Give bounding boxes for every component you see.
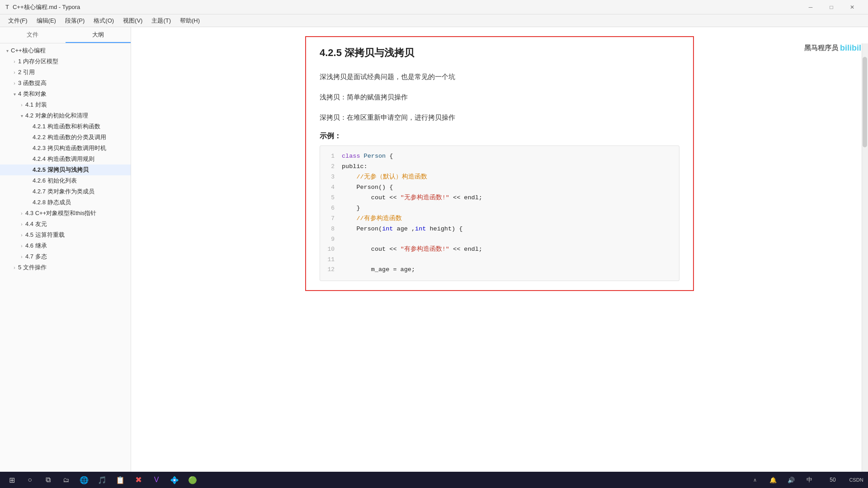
code-block: 1 class Person { 2 public: 3 //无参（默认）构造函… bbox=[320, 145, 679, 281]
paragraph-1: 深浅拷贝是面试经典问题，也是常见的一个坑 bbox=[320, 70, 679, 83]
task-view-button[interactable]: ⧉ bbox=[40, 472, 56, 488]
music-button[interactable]: 🎵 bbox=[94, 472, 110, 488]
paragraph-2: 浅拷贝：简单的赋值拷贝操作 bbox=[320, 91, 679, 103]
tray-clock[interactable]: 50 bbox=[819, 472, 846, 488]
menu-view[interactable]: 视图(V) bbox=[118, 14, 147, 27]
search-button[interactable]: ○ bbox=[22, 472, 38, 488]
sidebar-item-label: 4.3 C++对象模型和this指针 bbox=[25, 209, 97, 217]
sidebar-item-s4[interactable]: 4 类和对象 bbox=[0, 89, 131, 99]
menu-edit[interactable]: 编辑(E) bbox=[32, 14, 61, 27]
menu-bar: 文件(F) 编辑(E) 段落(P) 格式(O) 视图(V) 主题(T) 帮助(H… bbox=[0, 14, 868, 27]
maximize-button[interactable]: □ bbox=[821, 0, 842, 14]
menu-help[interactable]: 帮助(H) bbox=[175, 14, 204, 27]
tab-file[interactable]: 文件 bbox=[0, 27, 66, 43]
sidebar-item-s5[interactable]: 5 文件操作 bbox=[0, 262, 131, 273]
sidebar-item-s1[interactable]: 1 内存分区模型 bbox=[0, 56, 131, 67]
code-line-12: 12 m_age = age; bbox=[320, 265, 679, 275]
sidebar-tree: C++核心编程 1 内存分区模型 2 引用 3 函数提高 4 类和对象 4.1 … bbox=[0, 43, 131, 474]
title-bar-controls: ─ □ ✕ bbox=[800, 0, 863, 14]
browser-button[interactable]: 🌐 bbox=[76, 472, 92, 488]
window-title: C++核心编程.md - Typora bbox=[13, 3, 80, 11]
code-line-11: 11 bbox=[320, 255, 679, 265]
tree-arrow-s46 bbox=[18, 242, 25, 249]
sidebar-item-s43[interactable]: 4.3 C++对象模型和this指针 bbox=[0, 208, 131, 219]
menu-paragraph[interactable]: 段落(P) bbox=[61, 14, 89, 27]
paragraph-3: 深拷贝：在堆区重新申请空间，进行拷贝操作 bbox=[320, 111, 679, 123]
sidebar-item-label: 4.6 继承 bbox=[25, 242, 47, 250]
tray-ime[interactable]: 中 bbox=[801, 472, 817, 488]
doc-content: 4.2.5 深拷贝与浅拷贝 深浅拷贝是面试经典问题，也是常见的一个坑 浅拷贝：简… bbox=[305, 36, 694, 291]
scroll-indicator[interactable] bbox=[862, 43, 868, 474]
app3-button[interactable]: 💠 bbox=[166, 472, 183, 488]
tray-volume[interactable]: 🔊 bbox=[783, 472, 799, 488]
app2-button[interactable]: V bbox=[148, 472, 165, 488]
sidebar-item-label: 3 函数提高 bbox=[18, 79, 47, 87]
title-bar-left: T C++核心编程.md - Typora bbox=[5, 3, 80, 11]
sidebar-item-s423[interactable]: 4.2.3 拷贝构造函数调用时机 bbox=[0, 143, 131, 154]
sidebar-item-label: 4.2.1 构造函数和析构函数 bbox=[33, 122, 100, 131]
tree-arrow-s45 bbox=[18, 231, 25, 239]
sidebar-item-s424[interactable]: 4.2.4 构造函数调用规则 bbox=[0, 154, 131, 164]
tab-outline[interactable]: 大纲 bbox=[66, 27, 131, 43]
start-button[interactable]: ⊞ bbox=[4, 472, 20, 488]
tree-arrow-root bbox=[4, 47, 11, 54]
code-line-7: 7 //有参构造函数 bbox=[320, 214, 679, 224]
sidebar-item-s425[interactable]: 4.2.5 深拷贝与浅拷贝 bbox=[0, 164, 131, 175]
section-heading: 4.2.5 深拷贝与浅拷贝 bbox=[320, 46, 679, 60]
close-button[interactable]: ✕ bbox=[842, 0, 863, 14]
sidebar-item-s421[interactable]: 4.2.1 构造函数和析构函数 bbox=[0, 121, 131, 132]
tree-arrow-s43 bbox=[18, 210, 25, 217]
sidebar-item-s3[interactable]: 3 函数提高 bbox=[0, 78, 131, 89]
file-explorer-button[interactable]: 🗂 bbox=[58, 472, 74, 488]
sidebar-item-s426[interactable]: 4.2.6 初始化列表 bbox=[0, 175, 131, 186]
tree-arrow-s5 bbox=[11, 264, 18, 271]
minimize-button[interactable]: ─ bbox=[800, 0, 821, 14]
tree-arrow-s42 bbox=[18, 112, 25, 119]
sidebar-item-s427[interactable]: 4.2.7 类对象作为类成员 bbox=[0, 186, 131, 197]
example-label: 示例： bbox=[320, 131, 679, 141]
tree-arrow-s3 bbox=[11, 80, 18, 87]
taskbar: ⊞ ○ ⧉ 🗂 🌐 🎵 📋 ✖ V 💠 🟢 ∧ 🔔 🔊 中 50 CSDN bbox=[0, 472, 868, 488]
sidebar-tabs: 文件 大纲 bbox=[0, 27, 131, 43]
sidebar-item-label: 4.2.5 深拷贝与浅拷贝 bbox=[33, 166, 89, 174]
app1-button[interactable]: ✖ bbox=[130, 472, 146, 488]
menu-file[interactable]: 文件(F) bbox=[4, 14, 32, 27]
sidebar-item-s42[interactable]: 4.2 对象的初始化和清理 bbox=[0, 110, 131, 121]
sidebar-item-label: 4.2.6 初始化列表 bbox=[33, 177, 77, 185]
code-line-9: 9 bbox=[320, 235, 679, 244]
code-line-3: 3 //无参（默认）构造函数 bbox=[320, 172, 679, 183]
watermark: 黑马程序员 bilibili bbox=[804, 43, 863, 53]
tray-notification2[interactable]: CSDN bbox=[848, 472, 864, 488]
sidebar-item-label: 4.4 友元 bbox=[25, 220, 47, 228]
sidebar-item-s45[interactable]: 4.5 运算符重载 bbox=[0, 230, 131, 240]
sidebar-item-label: 4.2.3 拷贝构造函数调用时机 bbox=[33, 144, 106, 152]
tray-notification[interactable]: 🔔 bbox=[765, 472, 781, 488]
editor-scroll[interactable]: 4.2.5 深拷贝与浅拷贝 深浅拷贝是面试经典问题，也是常见的一个坑 浅拷贝：简… bbox=[131, 27, 868, 474]
sidebar-item-s428[interactable]: 4.2.8 静态成员 bbox=[0, 197, 131, 208]
code-line-2: 2 public: bbox=[320, 162, 679, 172]
sidebar-item-label: 4 类和对象 bbox=[18, 90, 47, 98]
sidebar-item-label: 4.5 运算符重载 bbox=[25, 231, 65, 239]
menu-theme[interactable]: 主题(T) bbox=[147, 14, 175, 27]
code-line-6: 6 } bbox=[320, 203, 679, 214]
code-line-1: 1 class Person { bbox=[320, 151, 679, 162]
app4-button[interactable]: 🟢 bbox=[184, 472, 201, 488]
editor-area[interactable]: 4.2.5 深拷贝与浅拷贝 深浅拷贝是面试经典问题，也是常见的一个坑 浅拷贝：简… bbox=[131, 27, 868, 474]
sidebar-item-s44[interactable]: 4.4 友元 bbox=[0, 219, 131, 230]
sidebar-item-s2[interactable]: 2 引用 bbox=[0, 67, 131, 78]
sidebar-item-s47[interactable]: 4.7 多态 bbox=[0, 251, 131, 262]
sidebar: 文件 大纲 C++核心编程 1 内存分区模型 2 引用 3 函数提高 bbox=[0, 27, 131, 474]
tree-arrow-s47 bbox=[18, 253, 25, 260]
sidebar-item-s422[interactable]: 4.2.2 构造函数的分类及调用 bbox=[0, 132, 131, 143]
sidebar-item-root[interactable]: C++核心编程 bbox=[0, 45, 131, 56]
clipboard-button[interactable]: 📋 bbox=[112, 472, 128, 488]
sidebar-item-label: 4.2.8 静态成员 bbox=[33, 198, 71, 206]
tree-arrow-s44 bbox=[18, 221, 25, 228]
sidebar-item-s46[interactable]: 4.6 继承 bbox=[0, 240, 131, 251]
code-line-4: 4 Person() { bbox=[320, 183, 679, 193]
tray-chevron[interactable]: ∧ bbox=[747, 472, 763, 488]
menu-format[interactable]: 格式(O) bbox=[89, 14, 118, 27]
app-icon: T bbox=[5, 4, 9, 10]
scroll-thumb[interactable] bbox=[863, 57, 867, 147]
sidebar-item-s41[interactable]: 4.1 封装 bbox=[0, 99, 131, 110]
